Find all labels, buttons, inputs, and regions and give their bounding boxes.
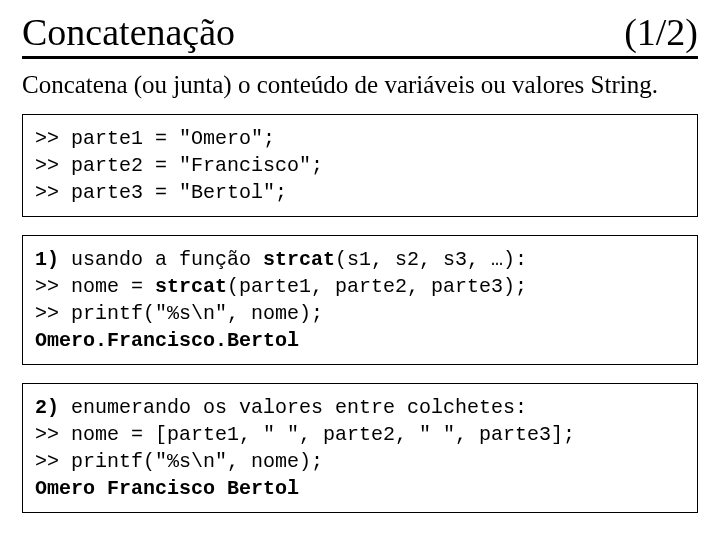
code-text: (parte1, parte2, parte3); (227, 275, 527, 298)
code-line: >> parte1 = "Omero"; (35, 127, 275, 150)
code-block-3: 2) enumerando os valores entre colchetes… (22, 383, 698, 513)
slide: Concatenação (1/2) Concatena (ou junta) … (0, 0, 720, 540)
page-indicator: (1/2) (624, 10, 698, 54)
code-line: >> parte3 = "Bertol"; (35, 181, 287, 204)
code-line: >> printf("%s\n", nome); (35, 302, 323, 325)
slide-header: Concatenação (1/2) (22, 10, 698, 59)
code-text: usando a função (71, 248, 263, 271)
code-line: >> nome = [parte1, " ", parte2, " ", par… (35, 423, 575, 446)
slide-subtitle: Concatena (ou junta) o conteúdo de variá… (22, 69, 698, 100)
code-line: >> printf("%s\n", nome); (35, 450, 323, 473)
code-bold: strcat (263, 248, 335, 271)
code-text: >> nome = (35, 275, 155, 298)
slide-title: Concatenação (22, 10, 235, 54)
code-text: (s1, s2, s3, …): (335, 248, 527, 271)
code-block-2: 1) usando a função strcat(s1, s2, s3, …)… (22, 235, 698, 365)
code-output: Omero.Francisco.Bertol (35, 329, 299, 352)
code-line: >> parte2 = "Francisco"; (35, 154, 323, 177)
code-bold: 2) (35, 396, 71, 419)
code-bold: 1) (35, 248, 71, 271)
code-output: Omero Francisco Bertol (35, 477, 299, 500)
code-block-1: >> parte1 = "Omero"; >> parte2 = "Franci… (22, 114, 698, 217)
code-bold: strcat (155, 275, 227, 298)
code-text: enumerando os valores entre colchetes: (71, 396, 527, 419)
